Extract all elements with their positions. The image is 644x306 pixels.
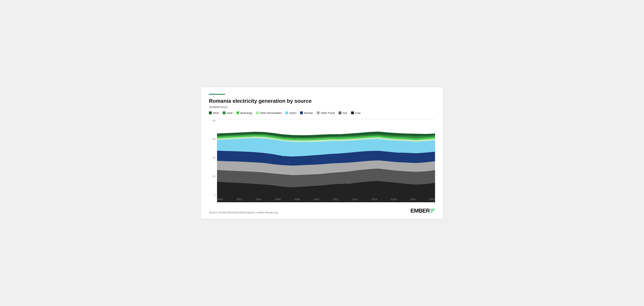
x-label-2012: 2012 (333, 198, 338, 201)
chart-legend: Wind Solar Bioenergy Other Renewables Hy… (209, 111, 435, 114)
legend-item-hydro: Hydro (285, 111, 296, 114)
y-label-0: 0 (214, 194, 216, 196)
x-label-2020: 2020 (410, 198, 416, 201)
legend-item-other-fossil: Other Fossil (317, 111, 335, 114)
legend-label: Gas (342, 111, 348, 114)
legend-label: Hydro (289, 111, 296, 114)
chart-svg (217, 119, 435, 202)
legend-item-gas: Gas (338, 111, 348, 114)
legend-item-coal: Coal (351, 111, 360, 114)
legend-item-nuclear: Nuclear (300, 111, 313, 114)
x-label-2000: 2000 (217, 198, 223, 201)
legend-swatch (300, 111, 303, 114)
legend-item-solar: Solar (223, 111, 233, 114)
x-label-2016: 2016 (371, 198, 377, 201)
x-label-2014: 2014 (352, 198, 358, 201)
legend-swatch (285, 111, 288, 114)
legend-label: Solar (227, 111, 233, 114)
chart-subtitle: Terawatt hours (209, 105, 435, 109)
x-label-2004: 2004 (256, 198, 262, 201)
ember-line-3 (430, 212, 433, 213)
legend-swatch (209, 111, 212, 114)
y-label-20: 20 (212, 175, 216, 178)
ember-logo-text: EMBER (410, 208, 430, 214)
legend-item-wind: Wind (209, 111, 219, 114)
y-label-80: 80 (212, 119, 216, 122)
top-bar-decoration (209, 94, 225, 95)
chart-footer: Source: Ember Electricity Data Explorer,… (209, 208, 435, 214)
y-label-60: 60 (212, 138, 216, 140)
chart-title: Romania electricity generation by source (209, 98, 435, 104)
legend-swatch (351, 111, 354, 114)
chart-container: Romania electricity generation by source… (201, 87, 443, 219)
x-label-2018: 2018 (391, 198, 396, 201)
legend-label: Wind (213, 111, 219, 114)
legend-label: Coal (355, 111, 360, 114)
y-label-40: 40 (212, 156, 216, 159)
legend-label: Other Renewables (260, 111, 282, 114)
legend-item-bioenergy: Bioenergy (236, 111, 252, 114)
source-text: Source: Ember Electricity Data Explorer,… (209, 211, 278, 214)
legend-swatch (236, 111, 239, 114)
ember-logo-lines (430, 209, 435, 213)
legend-swatch (338, 111, 342, 114)
legend-swatch (256, 111, 259, 114)
x-label-2006: 2006 (275, 198, 281, 201)
legend-swatch (317, 111, 320, 114)
ember-line-2 (430, 210, 434, 211)
y-axis: 0 20 40 60 80 (209, 119, 217, 196)
x-label-2008: 2008 (294, 198, 300, 201)
legend-label: Other Fossil (321, 111, 335, 114)
x-label-2010: 2010 (314, 198, 320, 201)
legend-swatch (223, 111, 226, 114)
x-label-2022: 2022 (429, 198, 435, 201)
chart-area: 0 20 40 60 80 (209, 119, 435, 204)
ember-logo: EMBER (410, 208, 435, 214)
x-axis: 2000 2002 2004 2006 2008 2010 2012 2014 … (217, 196, 435, 204)
ember-line-1 (430, 209, 435, 210)
legend-label: Bioenergy (240, 111, 252, 114)
legend-label: Nuclear (304, 111, 313, 114)
x-label-2002: 2002 (236, 198, 242, 201)
legend-item-other-renewables: Other Renewables (256, 111, 282, 114)
